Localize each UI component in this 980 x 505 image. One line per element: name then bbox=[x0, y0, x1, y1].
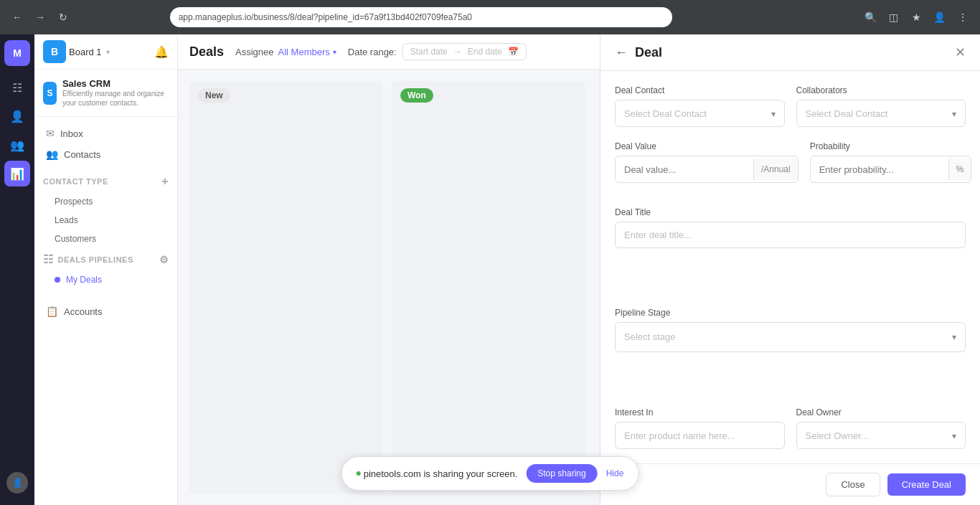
assignee-section: Assignee All Members ▾ bbox=[235, 47, 336, 57]
deal-title-group: Deal Title bbox=[615, 207, 966, 293]
refresh-nav-button[interactable]: ↻ bbox=[55, 9, 72, 26]
assignee-selector[interactable]: All Members ▾ bbox=[278, 47, 336, 57]
interest-in-group: Interest In bbox=[615, 407, 785, 449]
deal-value-input-row: /Annual bbox=[615, 156, 798, 183]
inbox-icon: ✉ bbox=[46, 128, 55, 139]
deals-settings-icon[interactable]: ⚙ bbox=[159, 254, 169, 265]
probability-label: Probability bbox=[810, 141, 972, 151]
screen-share-message: pinetools.com is sharing your screen. bbox=[364, 468, 518, 479]
contact-type-section-header: Contact Type + bbox=[34, 171, 177, 192]
sidebar-icon-grid[interactable]: ☷ bbox=[4, 75, 30, 100]
url-text: app.manageplus.io/business/8/deal?pipeli… bbox=[179, 12, 472, 22]
create-deal-button[interactable]: Create Deal bbox=[887, 473, 966, 496]
sidebar-nav-section: ✉ Inbox 👥 Contacts bbox=[34, 117, 177, 171]
date-range-input[interactable]: Start date → End date 📅 bbox=[402, 43, 527, 60]
probability-unit: % bbox=[948, 159, 971, 180]
deal-owner-label: Deal Owner bbox=[796, 407, 966, 417]
assignee-label: Assignee bbox=[235, 47, 273, 57]
collaborators-chevron-icon bbox=[952, 108, 956, 119]
main-content: Deals Assignee All Members ▾ Date range:… bbox=[178, 34, 600, 505]
interest-in-input[interactable] bbox=[615, 422, 785, 449]
user-avatar[interactable]: 👤 bbox=[6, 472, 28, 494]
contacts-label: Contacts bbox=[64, 149, 166, 160]
kanban-column-won: Won bbox=[392, 81, 585, 494]
deal-contact-row: Deal Contact Select Deal Contact Collabo… bbox=[615, 85, 966, 127]
sidebar-icon-contacts[interactable]: 👤 bbox=[4, 103, 30, 129]
share-dot-icon bbox=[357, 471, 361, 476]
hide-button[interactable]: Hide bbox=[606, 468, 624, 478]
board-icon: B bbox=[43, 40, 66, 63]
pipeline-stage-group: Pipeline Stage Select stage bbox=[615, 308, 966, 394]
profile-button[interactable]: 👤 bbox=[931, 9, 948, 26]
sidebar-item-inbox[interactable]: ✉ Inbox bbox=[37, 123, 174, 143]
address-bar[interactable]: app.manageplus.io/business/8/deal?pipeli… bbox=[170, 7, 672, 27]
deal-title-input[interactable] bbox=[615, 222, 966, 248]
sidebar-sub-prospects[interactable]: Prospects bbox=[37, 193, 174, 210]
customers-label: Customers bbox=[55, 234, 96, 244]
app-layout: M ☷ 👤 👥 📊 👤 B Board 1 ▾ 🔔 S Sales CRM Ef… bbox=[0, 34, 980, 505]
left-sidebar: B Board 1 ▾ 🔔 S Sales CRM Efficiently ma… bbox=[34, 34, 178, 505]
contacts-icon: 👥 bbox=[46, 148, 58, 160]
deal-contact-chevron-icon bbox=[771, 108, 776, 119]
board-selector[interactable]: B Board 1 ▾ 🔔 bbox=[34, 34, 177, 70]
date-range-label: Date range: bbox=[348, 47, 397, 57]
notification-bell-icon[interactable]: 🔔 bbox=[154, 45, 169, 59]
extensions-button[interactable]: ◫ bbox=[885, 9, 903, 26]
close-deal-button[interactable]: Close bbox=[826, 473, 880, 496]
search-button[interactable]: 🔍 bbox=[862, 9, 880, 26]
collaborators-group: Collaborators Select Deal Contact bbox=[796, 85, 966, 127]
sidebar-brand: S Sales CRM Efficiently manage and organ… bbox=[34, 70, 177, 117]
board-chevron-icon: ▾ bbox=[106, 48, 110, 56]
collaborators-select[interactable]: Select Deal Contact bbox=[796, 100, 966, 127]
bookmark-button[interactable]: ★ bbox=[908, 9, 925, 26]
deal-owner-group: Deal Owner Select Owner... bbox=[796, 407, 966, 449]
deal-owner-placeholder: Select Owner... bbox=[806, 430, 869, 441]
accounts-section bbox=[34, 292, 177, 301]
leads-label: Leads bbox=[55, 215, 78, 225]
sidebar-sub-customers[interactable]: Customers bbox=[37, 230, 174, 247]
share-indicator: pinetools.com is sharing your screen. bbox=[357, 468, 518, 479]
deal-panel: ← Deal ✕ Deal Contact Select Deal Contac… bbox=[600, 34, 980, 505]
sidebar-icon-people[interactable]: 👥 bbox=[4, 132, 30, 158]
sidebar-sub-my-deals[interactable]: My Deals bbox=[37, 271, 174, 288]
stop-sharing-button[interactable]: Stop sharing bbox=[526, 464, 597, 483]
prospects-label: Prospects bbox=[55, 197, 93, 207]
calendar-icon: 📅 bbox=[508, 47, 519, 57]
date-range-section: Date range: Start date → End date 📅 bbox=[348, 43, 527, 60]
back-button[interactable]: ← bbox=[615, 45, 628, 60]
pipeline-stage-placeholder: Select stage bbox=[624, 331, 676, 342]
deal-value-input[interactable] bbox=[616, 159, 753, 181]
menu-button[interactable]: ⋮ bbox=[954, 9, 971, 26]
sidebar-item-contacts[interactable]: 👥 Contacts bbox=[37, 144, 174, 164]
forward-nav-button[interactable]: → bbox=[32, 9, 49, 26]
my-deals-label: My Deals bbox=[66, 275, 102, 285]
browser-actions: 🔍 ◫ ★ 👤 ⋮ bbox=[862, 9, 971, 26]
kanban-column-header-new: New bbox=[189, 81, 383, 110]
deal-owner-select[interactable]: Select Owner... bbox=[796, 422, 966, 449]
deal-contact-group: Deal Contact Select Deal Contact bbox=[615, 85, 785, 127]
deal-panel-title: ← Deal bbox=[615, 45, 662, 60]
won-stage-badge: Won bbox=[400, 88, 433, 103]
deal-value-row: Deal Value /Annual Probability % Estimat… bbox=[615, 141, 966, 193]
back-nav-button[interactable]: ← bbox=[9, 9, 26, 26]
collaborators-placeholder: Select Deal Contact bbox=[806, 108, 888, 119]
pipeline-stage-label: Pipeline Stage bbox=[615, 308, 966, 318]
app-logo: M bbox=[4, 40, 30, 66]
interest-in-label: Interest In bbox=[615, 407, 785, 417]
deals-pipelines-icon: ☷ bbox=[43, 252, 54, 266]
brand-name: Sales CRM bbox=[62, 78, 169, 89]
kanban-column-new: New bbox=[189, 81, 383, 494]
deal-panel-header: ← Deal ✕ bbox=[600, 34, 980, 71]
sidebar-icon-crm[interactable]: 📊 bbox=[4, 161, 30, 187]
assignee-value: All Members bbox=[278, 47, 330, 57]
close-panel-button[interactable]: ✕ bbox=[955, 44, 966, 60]
end-date-placeholder: End date bbox=[468, 47, 502, 57]
probability-input[interactable] bbox=[811, 159, 948, 181]
sidebar-item-accounts[interactable]: 📋 Accounts bbox=[37, 301, 174, 321]
deal-contact-select[interactable]: Select Deal Contact bbox=[615, 100, 785, 127]
deal-panel-footer: Close Create Deal bbox=[600, 463, 980, 505]
sidebar-sub-leads[interactable]: Leads bbox=[37, 212, 174, 229]
deal-contact-label: Deal Contact bbox=[615, 85, 785, 95]
add-contact-type-icon[interactable]: + bbox=[161, 175, 169, 188]
pipeline-stage-select[interactable]: Select stage bbox=[615, 322, 966, 352]
